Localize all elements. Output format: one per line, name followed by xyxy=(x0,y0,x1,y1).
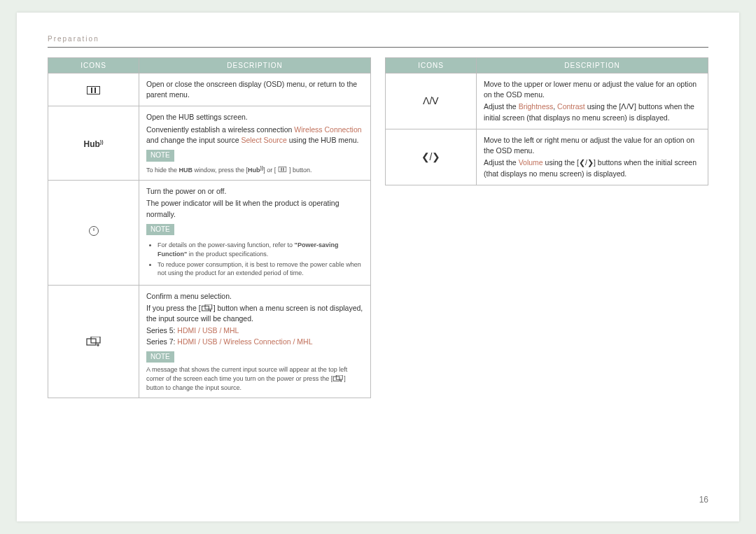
text: Move to the left or right menu or adjust… xyxy=(484,135,701,156)
series5-line: Series 5: HDMI / USB / MHL xyxy=(146,325,363,336)
table-row: ❮/❯ Move to the left or right menu or ad… xyxy=(386,129,708,185)
right-column: ICONS DESCRIPTION ᐱ/ᐯ Move to the upper … xyxy=(385,57,708,398)
text: The power indicator will be lit when the… xyxy=(146,198,363,219)
note-badge: NOTE xyxy=(146,351,174,363)
link-brightness: Brightness xyxy=(519,102,554,111)
text: Open or close the onscreen display (OSD)… xyxy=(146,80,357,99)
link-volume: Volume xyxy=(519,158,543,167)
leftright-desc: Move to the left or right menu or adjust… xyxy=(477,129,708,185)
table-row: Open or close the onscreen display (OSD)… xyxy=(48,73,371,106)
power-desc: Turn the power on or off. The power indi… xyxy=(139,181,371,286)
power-icon xyxy=(48,181,139,286)
section-title: Preparation xyxy=(48,35,708,43)
input-source-icon xyxy=(86,337,102,348)
menu-icon xyxy=(48,73,139,106)
list-item: For details on the power-saving function… xyxy=(158,241,363,258)
updown-desc: Move to the upper or lower menu or adjus… xyxy=(477,73,708,129)
menu-desc: Open or close the onscreen display (OSD)… xyxy=(139,73,371,106)
header-icons: ICONS xyxy=(48,58,139,73)
note-text: A message that shows the current input s… xyxy=(146,365,363,392)
text: Turn the power on or off. xyxy=(146,186,363,197)
osd-menu-icon xyxy=(87,86,100,94)
updown-icon: ᐱ/ᐯ xyxy=(386,73,477,129)
link-contrast: Contrast xyxy=(557,102,585,111)
list-item: To reduce power consumption, it is best … xyxy=(158,260,363,278)
note-list: For details on the power-saving function… xyxy=(146,241,363,277)
hub-desc: Open the HUB settings screen. Convenient… xyxy=(139,106,371,181)
divider xyxy=(48,47,708,48)
note-badge: NOTE xyxy=(146,224,174,236)
header-icons: ICONS xyxy=(386,58,477,73)
link-select-source: Select Source xyxy=(241,136,286,144)
text: Conveniently establish a wireless connec… xyxy=(146,125,363,146)
page-number: 16 xyxy=(699,495,708,505)
series7-line: Series 7: HDMI / USB / Wireless Connecti… xyxy=(146,337,363,347)
text: Adjust the Brightness, Contrast using th… xyxy=(484,101,701,122)
table-row: Turn the power on or off. The power indi… xyxy=(48,181,371,286)
source-icon xyxy=(48,285,139,398)
text: Adjust the Volume using the [❮/❯] button… xyxy=(484,157,701,178)
content-columns: ICONS DESCRIPTION Open or close the onsc… xyxy=(48,57,708,398)
text: Confirm a menu selection. xyxy=(146,291,363,302)
note-badge: NOTE xyxy=(146,150,174,162)
text: If you press the [ ] button when a menu … xyxy=(146,303,363,324)
table-row: Confirm a menu selection. If you press t… xyxy=(48,285,371,398)
header-desc: DESCRIPTION xyxy=(477,58,708,73)
left-column: ICONS DESCRIPTION Open or close the onsc… xyxy=(48,57,371,398)
text: Move to the upper or lower menu or adjus… xyxy=(484,79,701,100)
leftright-icon: ❮/❯ xyxy=(386,129,477,185)
icons-table-right: ICONS DESCRIPTION ᐱ/ᐯ Move to the upper … xyxy=(385,57,708,185)
power-ring-icon xyxy=(89,226,99,236)
link-wireless-connection: Wireless Connection xyxy=(294,125,361,134)
icons-table-left: ICONS DESCRIPTION Open or close the onsc… xyxy=(48,57,371,398)
text: Open the HUB settings screen. xyxy=(146,112,363,122)
hub-icon: Hub)) xyxy=(48,106,139,181)
manual-page: Preparation ICONS DESCRIPTION xyxy=(17,13,739,521)
source-desc: Confirm a menu selection. If you press t… xyxy=(139,285,371,398)
table-row: ᐱ/ᐯ Move to the upper or lower menu or a… xyxy=(386,73,708,129)
header-desc: DESCRIPTION xyxy=(139,58,371,73)
note-text: To hide the HUB window, press the [Hub))… xyxy=(146,164,363,175)
table-row: Hub)) Open the HUB settings screen. Conv… xyxy=(48,106,371,181)
